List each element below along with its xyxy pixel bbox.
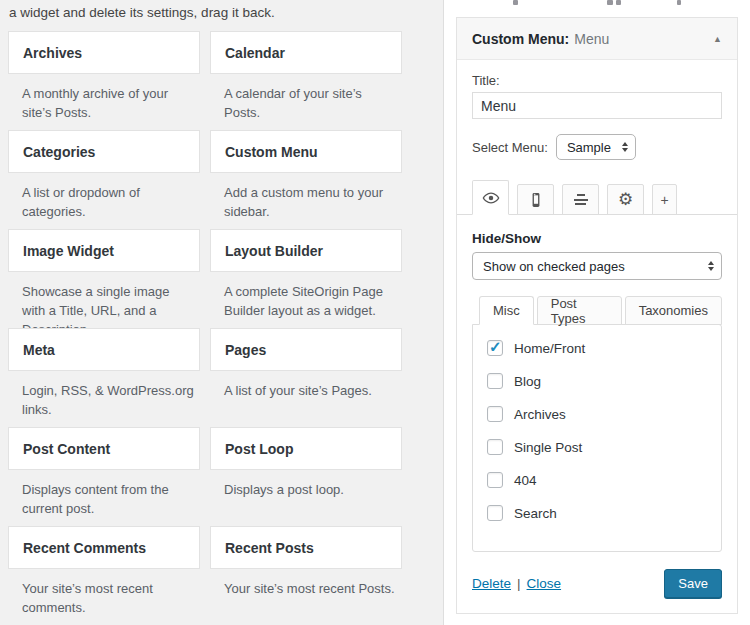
tab-mobile[interactable]: [517, 184, 554, 215]
widget-settings-tabbar: ⚙ +: [457, 180, 737, 215]
checkbox-label: Single Post: [514, 440, 582, 455]
footer-links: Delete|Close: [472, 576, 561, 591]
checkbox-row-archives[interactable]: Archives: [487, 406, 721, 422]
widget-title: Recent Posts: [225, 540, 314, 556]
triangle-up-icon[interactable]: ▲: [713, 34, 722, 44]
close-link[interactable]: Close: [527, 576, 562, 591]
widget-title: Archives: [23, 45, 82, 61]
widget-title: Categories: [23, 144, 95, 160]
checkbox[interactable]: [487, 340, 503, 356]
widget-description: A complete SiteOrigin Page Builder layou…: [224, 283, 398, 321]
align-center-icon: [574, 194, 588, 205]
tab-visibility[interactable]: [472, 180, 509, 215]
tab-misc[interactable]: Misc: [479, 296, 534, 325]
select-menu-value: Sample: [567, 140, 611, 155]
checkbox-row-blog[interactable]: Blog: [487, 373, 721, 389]
checkbox-label: Blog: [514, 374, 541, 389]
widget-card-categories[interactable]: Categories: [8, 130, 200, 173]
widget-cell: Custom Menu Add a custom menu to your si…: [210, 130, 402, 229]
widget-cell: Recent Posts Your site’s most recent Pos…: [210, 526, 402, 625]
widget-panel-header[interactable]: Custom Menu: Menu ▲: [457, 18, 737, 60]
widget-description: A list of your site’s Pages.: [224, 382, 398, 401]
tab-settings[interactable]: ⚙: [607, 184, 644, 215]
hide-show-dropdown[interactable]: Show on checked pages: [472, 252, 722, 280]
widget-title: Post Loop: [225, 441, 293, 457]
widget-card-layout-builder[interactable]: Layout Builder: [210, 229, 402, 272]
widget-cell: Post Loop Displays a post loop.: [210, 427, 402, 526]
widget-title: Recent Comments: [23, 540, 146, 556]
tab-post-types[interactable]: Post Types: [537, 296, 622, 325]
widgets-grid: Archives A monthly archive of your site’…: [8, 31, 443, 625]
checkbox-row-search[interactable]: Search: [487, 505, 721, 521]
available-widgets-area: a widget and delete its settings, drag i…: [0, 0, 443, 625]
delete-link[interactable]: Delete: [472, 576, 511, 591]
widget-card-archives[interactable]: Archives: [8, 31, 200, 74]
widget-title: Pages: [225, 342, 266, 358]
widget-card-custom-menu[interactable]: Custom Menu: [210, 130, 402, 173]
widget-cell: Pages A list of your site’s Pages.: [210, 328, 402, 427]
clipped-text-fragment: [513, 0, 518, 5]
widget-description: Your site’s most recent comments.: [22, 580, 196, 618]
checkbox-label: Archives: [514, 407, 566, 422]
hide-show-value: Show on checked pages: [483, 259, 625, 274]
widget-card-post-loop[interactable]: Post Loop: [210, 427, 402, 470]
checkbox[interactable]: [487, 373, 503, 389]
widget-cell: Layout Builder A complete SiteOrigin Pag…: [210, 229, 402, 328]
page-filter-tabs: Misc Post Types Taxonomies: [472, 296, 722, 324]
tab-add[interactable]: +: [652, 184, 677, 215]
widget-title: Meta: [23, 342, 55, 358]
select-menu-label: Select Menu:: [472, 140, 548, 155]
misc-pages-panel: Home/Front Blog Archives Single Post 404: [472, 324, 722, 552]
gear-icon: ⚙: [618, 191, 633, 208]
widget-title: Custom Menu: [225, 144, 318, 160]
widget-description: Add a custom menu to your sidebar.: [224, 184, 398, 222]
custom-menu-widget-panel: Custom Menu: Menu ▲ Title: Select Menu: …: [456, 17, 738, 614]
widget-title: Calendar: [225, 45, 285, 61]
checkbox-row-404[interactable]: 404: [487, 472, 721, 488]
save-button[interactable]: Save: [664, 569, 722, 598]
widget-card-calendar[interactable]: Calendar: [210, 31, 402, 74]
widget-cell: Calendar A calendar of your site’s Posts…: [210, 31, 402, 130]
plus-icon: +: [660, 192, 668, 208]
widget-card-recent-posts[interactable]: Recent Posts: [210, 526, 402, 569]
select-menu-dropdown[interactable]: Sample: [556, 134, 636, 160]
widget-description: Login, RSS, & WordPress.org links.: [22, 382, 196, 420]
widget-cell: Image Widget Showcase a single image wit…: [8, 229, 200, 328]
widget-cell: Archives A monthly archive of your site’…: [8, 31, 200, 130]
widget-card-recent-comments[interactable]: Recent Comments: [8, 526, 200, 569]
checkbox-label: Home/Front: [514, 341, 585, 356]
checkbox[interactable]: [487, 505, 503, 521]
widget-cell: Meta Login, RSS, & WordPress.org links.: [8, 328, 200, 427]
widget-card-post-content[interactable]: Post Content: [8, 427, 200, 470]
eye-icon: [482, 189, 500, 207]
sidebar-widget-column: Custom Menu: Menu ▲ Title: Select Menu: …: [443, 0, 750, 625]
widget-description: Displays a post loop.: [224, 481, 398, 500]
widget-cell: Post Content Displays content from the c…: [8, 427, 200, 526]
widget-card-pages[interactable]: Pages: [210, 328, 402, 371]
select-arrows-icon: [622, 142, 628, 152]
widget-description: A monthly archive of your site’s Posts.: [22, 85, 196, 123]
clipped-text-fragment: [607, 0, 613, 5]
widget-card-image-widget[interactable]: Image Widget: [8, 229, 200, 272]
widget-description: A calendar of your site’s Posts.: [224, 85, 398, 123]
widget-description: Displays content from the current post.: [22, 481, 196, 519]
title-field-label: Title:: [472, 73, 722, 88]
widget-title: Post Content: [23, 441, 110, 457]
checkbox[interactable]: [487, 406, 503, 422]
tab-taxonomies[interactable]: Taxonomies: [625, 296, 722, 325]
checkbox[interactable]: [487, 472, 503, 488]
widget-panel-title: Custom Menu:: [472, 31, 569, 47]
widget-description: Your site’s most recent Posts.: [224, 580, 398, 599]
widget-card-meta[interactable]: Meta: [8, 328, 200, 371]
tab-attributes[interactable]: [562, 184, 599, 215]
widget-title: Layout Builder: [225, 243, 323, 259]
clipped-text-fragment: [677, 0, 681, 5]
checkbox-row-single-post[interactable]: Single Post: [487, 439, 721, 455]
hide-show-label: Hide/Show: [472, 231, 722, 246]
checkbox-row-home-front[interactable]: Home/Front: [487, 340, 721, 356]
checkbox[interactable]: [487, 439, 503, 455]
checkbox-label: 404: [514, 473, 537, 488]
widget-description: A list or dropdown of categories.: [22, 184, 196, 222]
title-input[interactable]: [472, 92, 722, 119]
widget-panel-footer: Delete|Close Save: [472, 569, 722, 598]
